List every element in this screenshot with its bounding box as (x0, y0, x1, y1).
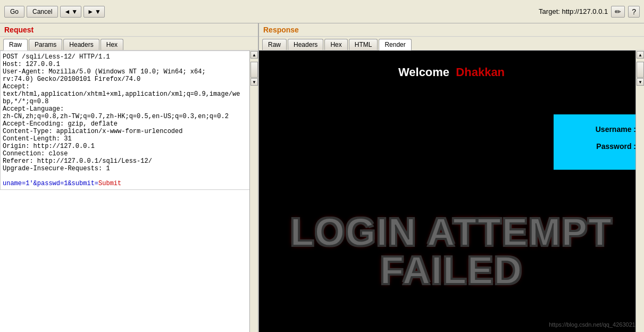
welcome-text: Welcome (398, 65, 449, 79)
response-tabs: Raw Headers Hex HTML Render (259, 37, 644, 51)
render-scroll-down[interactable]: ▼ (637, 78, 644, 86)
target-url: Target: http://127.0.0.1 (539, 7, 608, 15)
edit-target-button[interactable]: ✏ (611, 6, 625, 18)
render-scrollbar[interactable]: ▲ ▼ (635, 51, 644, 332)
go-button[interactable]: Go (4, 6, 24, 18)
render-scroll-up[interactable]: ▲ (637, 51, 644, 59)
welcome-name: Dhakkan (456, 65, 505, 79)
response-panel: Response Raw Headers Hex HTML Render Wel… (259, 23, 644, 332)
watermark: https://blog.csdn.net/qq_42630215 (549, 321, 639, 328)
cancel-button[interactable]: Cancel (27, 6, 58, 18)
main-area: Request Raw Params Headers Hex POST /sql… (0, 23, 644, 332)
tab-response-raw[interactable]: Raw (262, 39, 287, 50)
forward-dropdown-icon: ▼ (95, 8, 101, 15)
tab-request-headers[interactable]: Headers (63, 39, 99, 50)
response-header: Response (259, 23, 644, 37)
render-area: Welcome Dhakkan Username : Password : LO… (259, 51, 644, 332)
login-box: Username : Password : (554, 114, 644, 170)
toolbar: Go Cancel ◄ ▼ ► ▼ Target: http://127.0.0… (0, 0, 644, 23)
forward-button[interactable]: ► ▼ (83, 6, 105, 18)
highlight-submit: Submit (98, 180, 121, 187)
tab-response-headers[interactable]: Headers (288, 39, 323, 50)
request-body-container: POST /sqli/Less-12/ HTTP/1.1 Host: 127.0… (0, 51, 258, 332)
render-welcome: Welcome Dhakkan (259, 65, 644, 79)
request-body-wrapper: POST /sqli/Less-12/ HTTP/1.1 Host: 127.0… (0, 51, 258, 332)
request-title: Request (4, 26, 34, 34)
tab-request-raw[interactable]: Raw (3, 39, 28, 51)
back-button[interactable]: ◄ ▼ (60, 6, 81, 18)
tab-response-html[interactable]: HTML (349, 39, 378, 50)
scroll-thumb[interactable] (250, 62, 258, 78)
request-tabs: Raw Params Headers Hex (0, 37, 258, 51)
username-field-label: Username : (562, 125, 636, 134)
login-attempt-line1: LOGIN ATTEMPT (259, 213, 644, 251)
tab-response-hex[interactable]: Hex (324, 39, 347, 50)
login-failed-text: LOGIN ATTEMPT FAILED (259, 213, 644, 289)
response-title: Response (263, 26, 299, 34)
render-scroll-thumb[interactable] (637, 62, 644, 78)
scroll-down-arrow[interactable]: ▼ (250, 78, 258, 86)
scroll-up-arrow[interactable]: ▲ (250, 51, 258, 59)
request-panel: Request Raw Params Headers Hex POST /sql… (0, 23, 259, 332)
toolbar-right: Target: http://127.0.0.1 ✏ ? (539, 6, 640, 18)
tab-request-params[interactable]: Params (29, 39, 62, 50)
login-attempt-line2: FAILED (259, 251, 644, 289)
tab-response-render[interactable]: Render (379, 39, 411, 51)
help-button[interactable]: ? (628, 6, 640, 18)
highlight-uname: uname=1'&passwd=1&submit= (3, 180, 98, 187)
back-dropdown-icon: ▼ (71, 8, 78, 15)
tab-request-hex[interactable]: Hex (101, 39, 123, 50)
request-body[interactable]: POST /sqli/Less-12/ HTTP/1.1 Host: 127.0… (0, 51, 258, 190)
forward-icon: ► (87, 8, 94, 15)
password-field-label: Password : (562, 142, 636, 151)
request-header: Request (0, 23, 258, 37)
back-icon: ◄ (64, 8, 70, 15)
request-scrollbar[interactable]: ▲ ▼ (249, 51, 258, 332)
toolbar-left: Go Cancel ◄ ▼ ► ▼ (4, 6, 105, 18)
